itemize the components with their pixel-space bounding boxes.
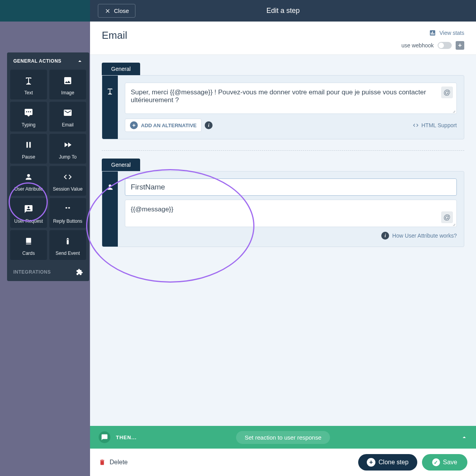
user-attribute-help-link[interactable]: i How User Attribute works?: [125, 232, 457, 240]
chevron-up-icon: [461, 434, 467, 440]
svg-rect-12: [434, 33, 435, 35]
tile-email[interactable]: Email: [49, 102, 86, 132]
attribute-name-input[interactable]: [125, 178, 457, 196]
text-icon: [23, 75, 34, 86]
tile-pause[interactable]: Pause: [10, 134, 47, 164]
attribute-value-textarea[interactable]: {{@message}}: [125, 200, 457, 227]
info-icon: i: [381, 232, 389, 240]
fast-forward-icon: [62, 139, 73, 150]
svg-rect-13: [108, 94, 112, 95]
close-icon: [105, 8, 111, 14]
resize-handle[interactable]: [451, 222, 456, 226]
tile-user-attribute[interactable]: User Attribute: [10, 166, 47, 196]
then-bar[interactable]: THEN... Set reaction to user response: [90, 426, 476, 449]
code-icon: [62, 171, 73, 182]
add-webhook-button[interactable]: +: [456, 41, 464, 50]
tile-typing[interactable]: Typing: [10, 102, 47, 132]
text-icon: [106, 87, 114, 95]
tile-text[interactable]: Text: [10, 70, 47, 99]
tile-cards[interactable]: Cards: [10, 230, 47, 260]
svg-rect-6: [26, 243, 31, 244]
svg-rect-0: [26, 84, 31, 85]
svg-rect-8: [67, 240, 69, 245]
plus-icon: +: [130, 121, 138, 129]
webhook-label: use webhook: [401, 42, 434, 49]
trash-icon: [99, 459, 106, 466]
edit-step-panel: Close Edit a step Email View stats use w…: [90, 0, 476, 476]
footer-bar: Delete + Clone step ✓ Save: [90, 449, 476, 476]
panel-header: Close Edit a step: [90, 0, 476, 22]
code-icon: [413, 122, 419, 128]
svg-rect-2: [29, 142, 31, 148]
close-button[interactable]: Close: [98, 4, 135, 18]
tile-send-event[interactable]: Send Event: [49, 230, 86, 260]
block-tab-general[interactable]: General: [102, 159, 140, 171]
tile-reply-buttons[interactable]: Reply Buttons: [49, 198, 86, 228]
block-side-text: [102, 76, 118, 139]
actions-sidebar: GENERAL ACTIONS Text Image Typing Email …: [7, 52, 89, 281]
svg-rect-4: [68, 207, 70, 209]
sidebar-section-title: GENERAL ACTIONS: [13, 58, 61, 64]
step-name[interactable]: Email: [102, 29, 127, 41]
resize-handle[interactable]: [451, 108, 456, 113]
block-tab-general[interactable]: General: [102, 63, 140, 75]
tile-user-request[interactable]: User Request: [10, 198, 47, 228]
chevron-up-icon: [77, 58, 83, 64]
sidebar-section-header[interactable]: GENERAL ACTIONS: [7, 52, 89, 70]
tile-image[interactable]: Image: [49, 70, 86, 99]
at-variable-button[interactable]: @: [441, 87, 453, 98]
html-support-link[interactable]: HTML Support: [413, 122, 457, 128]
clone-step-button[interactable]: + Clone step: [358, 454, 417, 471]
svg-rect-10: [431, 32, 432, 34]
add-alternative-button[interactable]: + ADD AN ALTERNATIVE: [125, 119, 202, 132]
reaction-pill[interactable]: Set reaction to user response: [236, 431, 330, 444]
sidebar-footer-title: INTEGRATIONS: [13, 269, 51, 275]
tile-jump-to[interactable]: Jump To: [49, 134, 86, 164]
text-block: General Super, merci {{@message}} ! Pouv…: [102, 63, 464, 139]
svg-rect-3: [65, 207, 67, 209]
stats-icon: [429, 29, 436, 36]
view-stats-link[interactable]: View stats: [429, 29, 464, 36]
puzzle-icon: [76, 269, 83, 276]
webhook-toggle[interactable]: [438, 42, 452, 49]
typing-icon: [23, 107, 34, 118]
panel-title: Edit a step: [266, 7, 299, 15]
user-msg-icon: [23, 204, 34, 215]
message-textarea[interactable]: Super, merci {{@message}} ! Pouvez-vous …: [125, 83, 457, 114]
reaction-icon: [99, 431, 110, 443]
person-icon: [23, 171, 34, 182]
info-icon[interactable]: i: [205, 121, 213, 129]
reply-btn-icon: [62, 204, 73, 215]
pause-icon: [23, 139, 34, 150]
svg-rect-5: [26, 238, 31, 243]
svg-rect-11: [432, 31, 433, 34]
plus-icon: +: [367, 458, 375, 467]
save-button[interactable]: ✓ Save: [422, 454, 467, 471]
cards-icon: [23, 236, 34, 247]
tile-session-value[interactable]: Session Value: [49, 166, 86, 196]
sidebar-integrations-header[interactable]: INTEGRATIONS: [7, 263, 89, 281]
user-attribute-block: General {{@message}} @ i How User Attrib…: [102, 159, 464, 247]
check-icon: ✓: [432, 458, 440, 466]
remote-icon: [62, 236, 73, 247]
then-label: THEN...: [116, 435, 137, 440]
divider: [102, 150, 464, 151]
image-icon: [62, 75, 73, 86]
panel-subheader: Email View stats use webhook +: [90, 22, 476, 55]
email-icon: [62, 107, 73, 118]
svg-rect-1: [27, 142, 28, 148]
delete-button[interactable]: Delete: [99, 459, 128, 466]
person-icon: [106, 183, 114, 191]
block-side-user: [102, 171, 118, 247]
